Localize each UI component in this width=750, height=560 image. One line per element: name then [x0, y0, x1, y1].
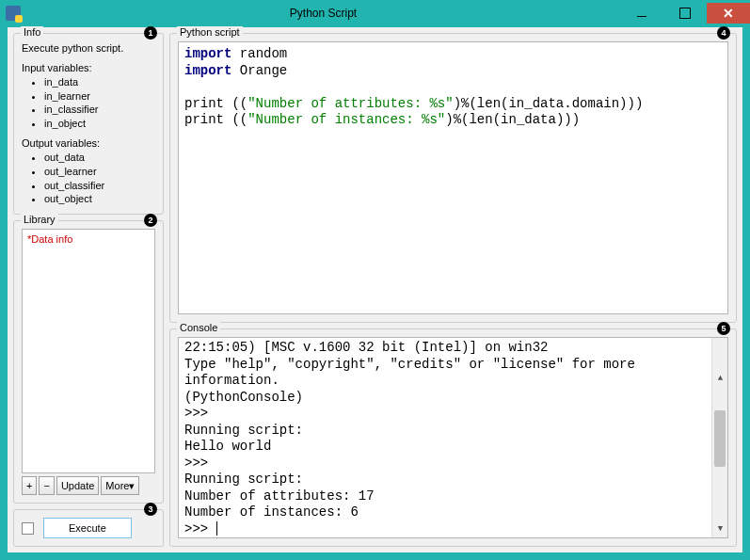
text-cursor — [216, 521, 217, 536]
list-item: out_classifier — [44, 179, 155, 193]
library-item[interactable]: *Data info — [25, 232, 152, 246]
output-vars-list: out_data out_learner out_classifier out_… — [22, 151, 155, 206]
script-panel: Python script 4 import random import Ora… — [169, 33, 737, 323]
info-panel: Info 1 Execute python script. Input vari… — [13, 33, 164, 215]
badge-3: 3 — [144, 503, 157, 516]
script-editor[interactable]: import random import Orange print (("Num… — [178, 41, 728, 314]
scrollbar-track[interactable] — [712, 354, 727, 521]
badge-1: 1 — [144, 26, 157, 40]
scroll-down-icon[interactable]: ▼ — [712, 521, 728, 537]
remove-script-button[interactable]: − — [39, 476, 54, 495]
list-item: out_object — [44, 192, 155, 206]
vertical-scrollbar[interactable]: ▲ ▼ — [711, 338, 727, 537]
right-column: Python script 4 import random import Ora… — [169, 33, 737, 547]
console-panel: Console 5 22:15:05) [MSC v.1600 32 bit (… — [169, 328, 737, 547]
library-label: Library — [21, 214, 58, 225]
input-vars-list: in_data in_learner in_classifier in_obje… — [22, 75, 155, 131]
badge-2: 2 — [144, 214, 157, 227]
scrollbar-thumb[interactable] — [714, 410, 726, 467]
console-label: Console — [177, 322, 220, 333]
client-area: Info 1 Execute python script. Input vari… — [7, 26, 743, 553]
titlebar[interactable]: Python Script — [0, 0, 750, 26]
input-vars-label: Input variables: — [22, 61, 155, 75]
window-title: Python Script — [26, 7, 620, 20]
window-controls — [620, 3, 750, 24]
library-panel: Library 2 *Data info + − Update More▾ — [13, 220, 164, 504]
list-item: out_learner — [44, 165, 155, 179]
python-icon — [6, 6, 21, 21]
chevron-down-icon: ▾ — [129, 480, 135, 491]
info-body: Execute python script. Input variables: … — [22, 41, 155, 206]
console-output[interactable]: 22:15:05) [MSC v.1600 32 bit (Intel)] on… — [178, 337, 728, 538]
left-column: Info 1 Execute python script. Input vari… — [13, 33, 164, 547]
window: Python Script Info 1 Execute python scri… — [0, 0, 750, 560]
badge-5: 5 — [717, 322, 730, 335]
maximize-button[interactable] — [663, 3, 707, 24]
list-item: in_classifier — [44, 103, 155, 117]
library-list[interactable]: *Data info — [22, 229, 155, 473]
info-desc: Execute python script. — [22, 41, 155, 56]
script-label: Python script — [177, 26, 243, 38]
output-vars-label: Output variables: — [22, 136, 155, 151]
info-label: Info — [21, 26, 43, 38]
list-item: in_object — [44, 117, 155, 131]
list-item: out_data — [44, 151, 155, 165]
badge-4: 4 — [717, 26, 730, 40]
execute-panel: 3 Execute — [13, 509, 164, 547]
update-button[interactable]: Update — [56, 476, 99, 495]
close-button[interactable] — [707, 3, 750, 24]
auto-execute-checkbox[interactable] — [22, 522, 34, 535]
library-buttons: + − Update More▾ — [22, 476, 155, 495]
minimize-button[interactable] — [620, 3, 663, 24]
more-button[interactable]: More▾ — [101, 476, 139, 495]
execute-button[interactable]: Execute — [43, 518, 132, 538]
list-item: in_learner — [44, 89, 155, 104]
add-script-button[interactable]: + — [22, 476, 37, 495]
list-item: in_data — [44, 75, 155, 89]
